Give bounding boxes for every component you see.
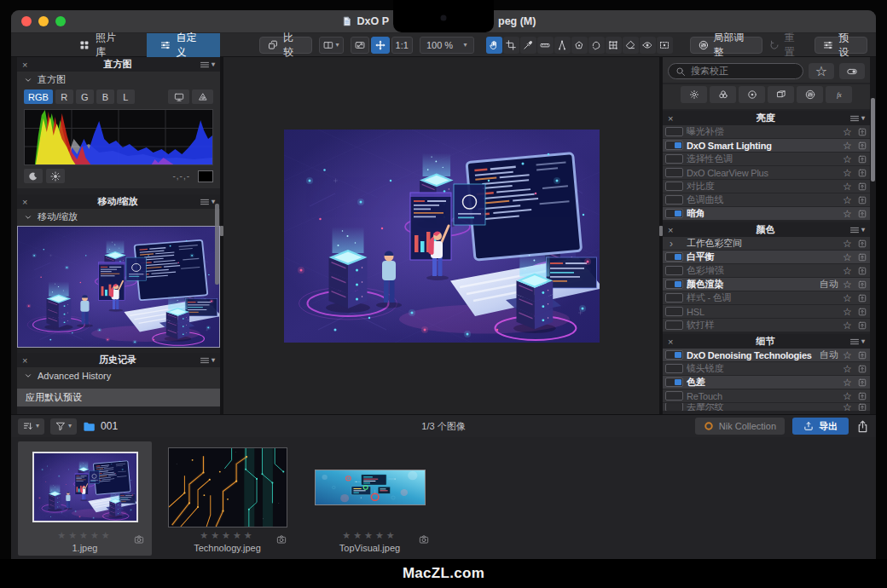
tool-control-point[interactable] <box>571 37 588 54</box>
minimize-window-button[interactable] <box>38 16 49 26</box>
filmstrip-item[interactable]: ★★★★★1.jpeg <box>18 441 152 556</box>
color-gamut-button[interactable] <box>192 89 213 104</box>
favorite-star-icon[interactable]: ☆ <box>842 126 853 138</box>
favorite-star-icon[interactable]: ☆ <box>842 251 853 263</box>
tool-eraser[interactable] <box>623 37 639 54</box>
rating-stars[interactable]: ★★★★★ <box>342 530 397 543</box>
tool-control-line[interactable] <box>554 37 571 54</box>
reset-icon[interactable] <box>856 208 867 219</box>
reset-icon[interactable] <box>856 292 867 303</box>
close-icon[interactable]: × <box>22 60 36 70</box>
reset-button[interactable]: 重置 <box>769 31 805 60</box>
favorite-star-icon[interactable]: ☆ <box>842 377 853 389</box>
correction-row[interactable]: 色彩增强☆ <box>663 264 870 278</box>
reset-icon[interactable] <box>856 251 867 262</box>
correction-row[interactable]: 去摩尔纹☆ <box>663 403 870 411</box>
correction-row[interactable]: ReTouch☆ <box>663 389 870 403</box>
correction-row[interactable]: ›工作色彩空间☆ <box>663 237 870 251</box>
left-panel-divider[interactable] <box>220 57 223 414</box>
correction-toggle[interactable] <box>665 141 683 150</box>
close-icon[interactable]: × <box>668 337 681 347</box>
search-input[interactable]: 搜索校正 <box>668 63 803 79</box>
compare-button[interactable]: 比较 <box>259 37 312 54</box>
reset-icon[interactable] <box>856 167 867 178</box>
highlight-clipping-button[interactable] <box>46 169 65 183</box>
favorite-star-icon[interactable]: ☆ <box>842 167 853 179</box>
monitor-gamut-button[interactable] <box>168 89 189 104</box>
favorite-star-icon[interactable]: ☆ <box>842 320 853 331</box>
tool-crop[interactable] <box>503 37 519 54</box>
local-adjust-button[interactable]: 局部调整 <box>690 37 762 54</box>
reset-icon[interactable] <box>856 181 867 192</box>
histogram-channel-rgb[interactable]: RGB <box>24 89 53 104</box>
favorite-star-icon[interactable]: ☆ <box>842 153 853 165</box>
rating-stars[interactable]: ★★★★★ <box>200 530 254 543</box>
close-icon[interactable]: × <box>668 113 681 124</box>
share-button[interactable] <box>856 420 869 433</box>
one-to-one-button[interactable]: 1:1 <box>391 37 413 54</box>
correction-row[interactable]: 颜色渲染自动☆ <box>663 278 870 291</box>
fit-screen-button[interactable] <box>351 37 369 54</box>
sort-button[interactable]: ▾ <box>18 418 44 435</box>
correction-toggle[interactable] <box>665 378 683 387</box>
tool-selective[interactable] <box>657 37 673 54</box>
correction-toggle[interactable] <box>665 195 683 205</box>
correction-toggle[interactable] <box>665 403 683 411</box>
zoom-window-button[interactable] <box>55 16 66 26</box>
shadow-clipping-button[interactable] <box>24 169 43 183</box>
history-item[interactable]: 应用默认预设 <box>17 389 220 406</box>
rating-stars[interactable]: ★★★★★ <box>57 530 112 543</box>
correction-row[interactable]: HSL☆ <box>663 305 870 319</box>
correction-row[interactable]: 对比度☆ <box>663 180 870 193</box>
correction-toggle[interactable] <box>665 154 683 164</box>
close-icon[interactable]: × <box>668 225 681 235</box>
reset-icon[interactable] <box>856 349 867 360</box>
favorite-star-icon[interactable]: ☆ <box>842 279 853 291</box>
palette-menu-button[interactable]: ▾ <box>849 113 865 124</box>
correction-row[interactable]: 暗角☆ <box>663 207 870 221</box>
correction-toggle[interactable] <box>665 209 683 218</box>
right-panel-divider[interactable] <box>659 57 663 414</box>
reset-icon[interactable] <box>856 265 867 276</box>
correction-toggle[interactable] <box>665 350 683 360</box>
correction-toggle[interactable] <box>665 266 683 275</box>
camera-icon[interactable] <box>134 533 144 548</box>
close-icon[interactable]: × <box>22 197 36 207</box>
history-section-row[interactable]: Advanced History <box>17 367 220 383</box>
filter-button[interactable]: ▾ <box>50 418 77 435</box>
right-scrollbar[interactable] <box>871 98 875 182</box>
correction-toggle[interactable] <box>665 252 683 262</box>
tab-photo-library[interactable]: 照片库 <box>66 33 140 57</box>
correction-row[interactable]: 色调曲线☆ <box>663 193 870 207</box>
correction-row[interactable]: DxO Denoising Technologies自动☆ <box>663 349 870 362</box>
reset-icon[interactable] <box>856 140 867 151</box>
favorite-star-icon[interactable]: ☆ <box>842 306 853 318</box>
favorite-star-icon[interactable]: ☆ <box>842 265 853 277</box>
reset-icon[interactable] <box>856 194 867 205</box>
tool-show-mask[interactable] <box>640 37 656 54</box>
camera-icon[interactable] <box>276 533 287 548</box>
palette-menu-button[interactable]: ▾ <box>200 60 215 70</box>
filmstrip-item[interactable]: ★★★★★Technology.jpeg <box>160 441 294 556</box>
palette-menu-button[interactable]: ▾ <box>200 197 215 207</box>
correction-toggle[interactable] <box>665 182 683 191</box>
collapse-handle[interactable] <box>220 226 223 236</box>
photo-canvas-image[interactable] <box>284 130 600 343</box>
presets-button[interactable]: 预设 <box>815 37 867 54</box>
reset-icon[interactable] <box>856 279 867 290</box>
correction-toggle[interactable] <box>665 280 683 289</box>
reset-icon[interactable] <box>856 238 867 249</box>
correction-row[interactable]: 色差☆ <box>663 376 870 389</box>
favorite-star-icon[interactable]: ☆ <box>842 349 853 361</box>
reset-icon[interactable] <box>856 363 867 374</box>
histogram-channel-b[interactable]: B <box>96 89 114 104</box>
split-view-button[interactable]: ▾ <box>319 37 344 54</box>
move-zoom-section-row[interactable]: 移动/缩放 <box>17 209 220 225</box>
tool-eyedropper[interactable] <box>520 37 536 54</box>
image-canvas[interactable] <box>223 57 659 414</box>
favorite-star-icon[interactable]: ☆ <box>842 238 853 250</box>
navigator-preview[interactable] <box>18 227 219 347</box>
favorite-star-icon[interactable]: ☆ <box>842 208 853 220</box>
nik-collection-button[interactable]: Nik Collection <box>695 418 785 435</box>
histogram-channel-r[interactable]: R <box>55 89 73 104</box>
